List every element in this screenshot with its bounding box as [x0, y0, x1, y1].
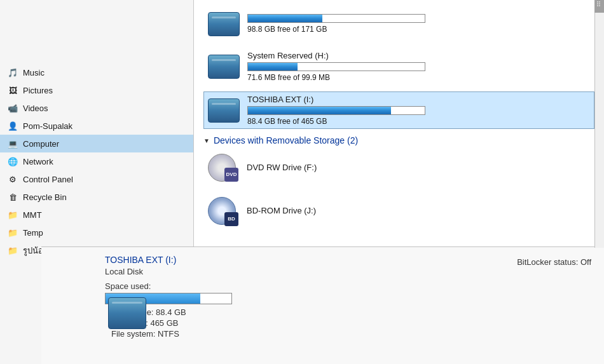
sidebar-item-network[interactable]: 🌐 Network — [0, 152, 193, 170]
sidebar-item-temp[interactable]: 📁 Temp — [0, 224, 193, 241]
drive-icon-h — [208, 52, 240, 81]
progress-bar-h — [247, 62, 425, 71]
drive-item-i[interactable]: TOSHIBA EXT (I:) 88.4 GB free of 465 GB — [203, 91, 594, 129]
drive-icon-unnamed — [208, 10, 240, 38]
progress-bar-i — [247, 106, 425, 115]
progress-fill-i — [248, 107, 391, 114]
drive-icon-i — [208, 96, 240, 125]
pictures-icon: 🖼 — [6, 84, 19, 97]
scrollbar-thumb[interactable] — [594, 0, 604, 13]
drive-free-unnamed: 98.8 GB free of 171 GB — [247, 25, 590, 34]
bd-drive-icon: BD — [207, 196, 239, 225]
sidebar-item-user[interactable]: 👤 Pom-Supalak — [0, 117, 193, 135]
drive-item-j[interactable]: BD BD-ROM Drive (J:) — [203, 194, 594, 227]
bottom-total-size: Total size: 465 GB — [105, 318, 479, 328]
main-content: 98.8 GB free of 171 GB System Reserved (… — [194, 0, 604, 246]
sidebar-label-music: Music — [23, 68, 45, 78]
bottom-space-used-label: Space used: — [105, 281, 479, 291]
sidebar-item-pictures[interactable]: 🖼 Pictures — [0, 81, 193, 99]
bitlocker-status: BitLocker status: Off — [517, 257, 591, 267]
bd-drive-name: BD-ROM Drive (J:) — [247, 206, 316, 215]
sidebar-label-network: Network — [23, 157, 53, 166]
bottom-drive-icon-area — [108, 297, 146, 329]
bottom-drive-name: TOSHIBA EXT (I:) — [105, 255, 479, 265]
drive-free-h: 71.6 MB free of 99.9 MB — [247, 73, 590, 82]
bottom-right-info: BitLocker status: Off — [517, 255, 591, 356]
progress-bar-unnamed — [247, 14, 425, 23]
bottom-hdd-icon — [108, 297, 146, 329]
sidebar-label-recycle-bin: Recycle Bin — [23, 192, 67, 202]
drive-info-h: System Reserved (H:) 71.6 MB free of 99.… — [247, 51, 590, 82]
folder-mmt-icon: 📁 — [6, 208, 19, 221]
bottom-left-info: TOSHIBA EXT (I:) Local Disk Space used: … — [105, 255, 479, 356]
videos-icon: 📹 — [6, 102, 19, 114]
sidebar-label-videos: Videos — [23, 104, 48, 113]
recycle-bin-icon: 🗑 — [6, 191, 19, 203]
section-toggle-icon: ▼ — [203, 137, 210, 144]
drive-info-unnamed: 98.8 GB free of 171 GB — [247, 14, 590, 34]
removable-section-header[interactable]: ▼ Devices with Removable Storage (2) — [203, 135, 594, 145]
sidebar-item-videos[interactable]: 📹 Videos — [0, 99, 193, 117]
sidebar-label-temp: Temp — [23, 228, 43, 238]
music-icon: 🎵 — [6, 66, 19, 79]
user-icon: 👤 — [6, 119, 19, 132]
bottom-space-free: Space free: 88.4 GB — [105, 307, 479, 317]
sidebar-label-control-panel: Control Panel — [23, 175, 73, 184]
sidebar-item-computer[interactable]: 💻 Computer — [0, 135, 193, 152]
sidebar-label-computer: Computer — [23, 139, 59, 149]
drive-free-i: 88.4 GB free of 465 GB — [247, 117, 590, 126]
progress-fill-unnamed — [248, 15, 322, 22]
control-panel-icon: ⚙ — [6, 173, 19, 185]
folder-triton-icon: 📁 — [6, 245, 19, 257]
drive-info-i: TOSHIBA EXT (I:) 88.4 GB free of 465 GB — [247, 95, 590, 126]
bottom-file-system: File system: NTFS — [105, 329, 479, 339]
drive-item-f[interactable]: DVD DVD RW Drive (F:) — [203, 151, 594, 184]
sidebar-item-control-panel[interactable]: ⚙ Control Panel — [0, 170, 193, 188]
drive-item-h[interactable]: System Reserved (H:) 71.6 MB free of 99.… — [203, 48, 594, 85]
folder-temp-icon: 📁 — [6, 226, 19, 239]
sidebar-item-music[interactable]: 🎵 Music — [0, 64, 193, 81]
dvd-drive-name: DVD RW Drive (F:) — [247, 163, 317, 172]
sidebar-item-mmt[interactable]: 📁 MMT — [0, 206, 193, 224]
scrollbar[interactable] — [594, 0, 604, 248]
progress-fill-h — [248, 63, 298, 71]
drive-name-h: System Reserved (H:) — [247, 51, 590, 60]
scrollbar-dots — [597, 1, 601, 6]
sidebar-item-recycle-bin[interactable]: 🗑 Recycle Bin — [0, 188, 193, 206]
dvd-drive-icon: DVD — [207, 153, 239, 182]
sidebar-label-user: Pom-Supalak — [23, 121, 72, 131]
drive-name-i: TOSHIBA EXT (I:) — [247, 95, 590, 104]
network-icon: 🌐 — [6, 155, 19, 168]
bottom-panel: TOSHIBA EXT (I:) Local Disk Space used: … — [41, 246, 604, 364]
computer-icon: 💻 — [6, 137, 19, 150]
sidebar-label-mmt: MMT — [23, 210, 42, 220]
drive-item-unnamed[interactable]: 98.8 GB free of 171 GB — [203, 6, 594, 41]
removable-section-title: Devices with Removable Storage (2) — [214, 135, 358, 145]
sidebar-label-pictures: Pictures — [23, 86, 53, 95]
bottom-drive-type: Local Disk — [105, 267, 479, 276]
bottom-progress-row — [105, 293, 479, 304]
